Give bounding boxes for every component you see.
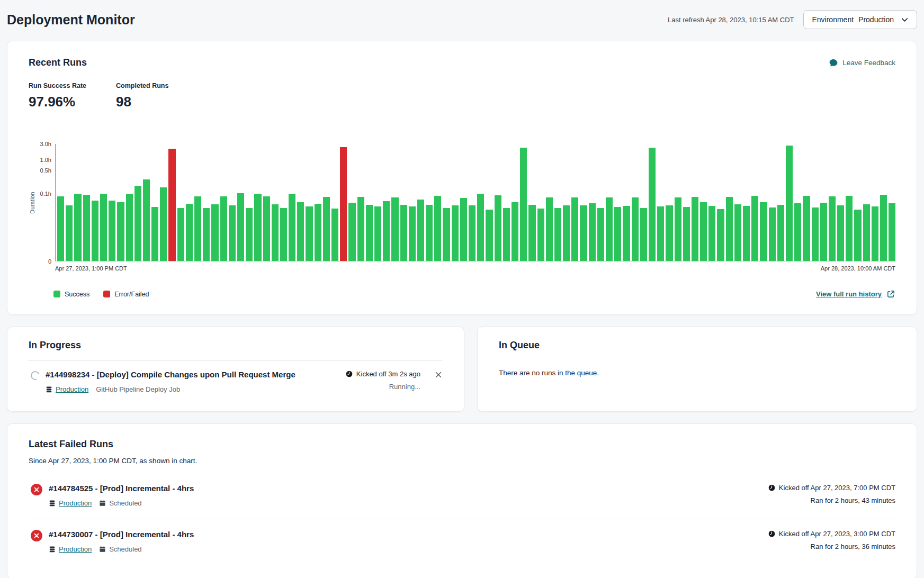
run-bar[interactable] (348, 203, 355, 261)
run-bar[interactable] (186, 204, 193, 261)
run-bar[interactable] (168, 149, 175, 261)
cancel-run-button[interactable] (434, 371, 443, 379)
run-bar[interactable] (889, 203, 895, 261)
run-bar[interactable] (357, 197, 364, 261)
run-bar[interactable] (220, 196, 227, 261)
run-bar[interactable] (708, 206, 715, 261)
run-bar[interactable] (417, 200, 424, 261)
run-bar[interactable] (512, 202, 518, 261)
run-bar[interactable] (846, 196, 853, 261)
run-bar[interactable] (66, 205, 73, 261)
run-bar[interactable] (177, 208, 184, 261)
run-bar[interactable] (117, 202, 124, 261)
run-bar[interactable] (203, 208, 210, 261)
run-bar[interactable] (820, 203, 827, 261)
production-link[interactable]: Production (49, 545, 92, 553)
run-bar[interactable] (554, 208, 561, 261)
run-bar[interactable] (297, 202, 304, 261)
environment-dropdown[interactable]: Environment Production (803, 10, 917, 29)
run-bar[interactable] (649, 148, 656, 261)
run-bar[interactable] (743, 206, 750, 261)
run-bar[interactable] (580, 205, 587, 261)
run-bar[interactable] (469, 205, 476, 261)
view-history-link[interactable]: View full run history (816, 290, 895, 299)
run-bar[interactable] (777, 205, 784, 261)
run-bar[interactable] (426, 205, 433, 261)
run-bar[interactable] (486, 210, 492, 261)
leave-feedback-link[interactable]: Leave Feedback (829, 58, 895, 68)
run-bar[interactable] (100, 194, 107, 261)
run-bar[interactable] (880, 195, 887, 261)
run-bar[interactable] (623, 206, 630, 261)
run-bar[interactable] (109, 201, 115, 261)
run-bar[interactable] (460, 198, 467, 261)
run-bar[interactable] (537, 209, 544, 261)
run-bar[interactable] (812, 207, 819, 261)
run-bar[interactable] (315, 204, 321, 261)
run-bar[interactable] (520, 148, 527, 261)
run-bar[interactable] (143, 179, 150, 261)
run-bar[interactable] (717, 209, 724, 261)
run-bar[interactable] (769, 207, 776, 261)
run-bar[interactable] (452, 205, 459, 261)
run-bar[interactable] (503, 208, 510, 261)
run-bar[interactable] (383, 201, 390, 261)
run-bar[interactable] (640, 208, 647, 261)
run-bar[interactable] (597, 208, 604, 261)
run-bar[interactable] (683, 207, 690, 261)
run-bar[interactable] (854, 210, 861, 261)
run-bar[interactable] (126, 194, 133, 261)
run-bar[interactable] (237, 193, 244, 261)
run-bar[interactable] (700, 202, 707, 261)
run-bar[interactable] (734, 204, 741, 261)
run-bar[interactable] (786, 146, 793, 261)
run-bar[interactable] (289, 194, 295, 261)
run-bar[interactable] (546, 197, 553, 261)
run-bar[interactable] (528, 205, 535, 261)
run-bar[interactable] (477, 194, 484, 261)
production-link[interactable]: Production (46, 385, 88, 393)
run-bar[interactable] (443, 208, 450, 261)
run-bar[interactable] (151, 207, 158, 261)
run-bar[interactable] (194, 196, 201, 261)
run-bar[interactable] (331, 209, 338, 261)
run-bar[interactable] (872, 206, 878, 261)
run-bar[interactable] (495, 195, 501, 261)
run-bar[interactable] (74, 194, 81, 261)
production-link[interactable]: Production (49, 499, 92, 507)
run-bar[interactable] (306, 206, 312, 261)
run-bar[interactable] (614, 207, 621, 261)
run-bar[interactable] (254, 194, 261, 261)
run-bar[interactable] (563, 205, 570, 261)
run-bar[interactable] (366, 205, 373, 261)
run-bar[interactable] (632, 197, 639, 261)
run-bar[interactable] (211, 204, 218, 261)
run-bar[interactable] (229, 205, 236, 261)
run-bar[interactable] (571, 197, 578, 261)
run-bar[interactable] (400, 205, 407, 261)
run-bar[interactable] (829, 196, 836, 261)
run-bar[interactable] (657, 206, 664, 261)
run-bar[interactable] (675, 197, 681, 261)
run-bar[interactable] (263, 196, 270, 261)
run-bar[interactable] (751, 196, 758, 261)
run-bar[interactable] (837, 205, 844, 261)
run-bar[interactable] (83, 195, 90, 261)
run-bar[interactable] (272, 204, 279, 261)
run-bar[interactable] (160, 187, 167, 261)
run-bar[interactable] (323, 197, 330, 261)
run-bar[interactable] (57, 196, 64, 261)
run-bar[interactable] (374, 206, 381, 261)
run-bar[interactable] (760, 202, 767, 261)
run-bar[interactable] (92, 201, 98, 261)
run-bar[interactable] (589, 203, 596, 261)
run-bar[interactable] (666, 205, 672, 261)
run-bar[interactable] (391, 197, 398, 261)
run-bar[interactable] (246, 208, 253, 261)
run-bar[interactable] (606, 197, 613, 261)
run-bar[interactable] (434, 196, 441, 261)
run-bar[interactable] (134, 186, 141, 261)
run-bar[interactable] (692, 197, 698, 261)
run-bar[interactable] (340, 147, 347, 261)
run-bar[interactable] (794, 203, 801, 261)
